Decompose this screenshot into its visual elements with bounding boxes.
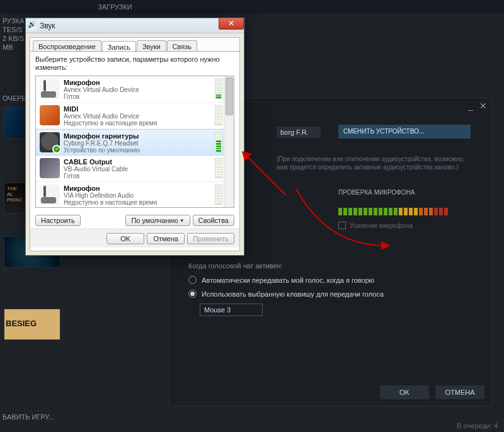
level-meter xyxy=(215,158,222,178)
sound-icon xyxy=(28,21,37,30)
midi-icon xyxy=(40,105,60,125)
default-check-icon xyxy=(52,145,61,154)
tab-communications[interactable]: Связь xyxy=(167,40,197,52)
cable-icon xyxy=(40,158,60,178)
device-status: Готов xyxy=(64,93,211,100)
device-status: Недоступно в настоящее время xyxy=(64,120,211,127)
device-row[interactable]: МикрофонVIA High Definition AudioНедосту… xyxy=(36,182,234,208)
device-name: Микрофон xyxy=(64,79,211,86)
headset-icon xyxy=(40,132,60,152)
top-tab-downloads[interactable]: ЗАГРУЗКИ xyxy=(98,3,132,11)
configure-button[interactable]: Настроить xyxy=(35,215,81,226)
radio-key-label: Использовать выбранную клавишу для перед… xyxy=(202,290,384,298)
dialog-title: Звук xyxy=(40,21,55,30)
tab-playback[interactable]: Воспроизведение xyxy=(33,40,101,52)
radio-push-to-talk[interactable] xyxy=(188,290,197,298)
device-status: Готов xyxy=(64,173,211,179)
instructions: Выберите устройство записи, параметры ко… xyxy=(35,55,234,72)
mic-icon xyxy=(40,185,60,205)
mic-icon xyxy=(40,79,60,99)
queue-count: В очереди: 4 xyxy=(457,422,498,429)
device-name: CABLE Output xyxy=(64,158,211,166)
voice-ok-button[interactable]: OK xyxy=(380,385,429,399)
level-meter xyxy=(215,132,222,152)
voice-active-label: Когда голосовой чат активен: xyxy=(188,262,283,270)
device-status: Устройство по умолчанию xyxy=(64,147,211,154)
push-to-talk-key-field[interactable]: Mouse 3 xyxy=(200,304,263,316)
scrollbar[interactable] xyxy=(224,76,234,207)
level-meter xyxy=(215,185,222,205)
mic-boost-checkbox[interactable] xyxy=(338,222,346,229)
device-driver: VIA High Definition Audio xyxy=(64,192,211,199)
device-row[interactable]: CABLE OutputVB-Audio Virtual CableГотов xyxy=(36,156,234,182)
radio-auto-transmit[interactable] xyxy=(188,276,197,284)
radio-auto-label: Автоматически передавать мой голос, когд… xyxy=(202,276,374,284)
close-icon[interactable]: ✕ xyxy=(479,101,487,111)
tabstrip: Воспроизведение Запись Звуки Связь xyxy=(30,38,239,52)
mic-level-meter xyxy=(338,208,471,215)
game-thumbnail[interactable]: BESIEG xyxy=(4,309,60,340)
device-driver: Cyborg F.R.E.Q.7 Headset xyxy=(64,140,211,147)
device-name: MIDI xyxy=(64,105,211,113)
add-game-link[interactable]: БАВИТЬ ИГРУ... xyxy=(3,413,54,421)
minimize-icon[interactable]: _ xyxy=(468,101,473,111)
scrollbar-thumb[interactable] xyxy=(226,77,233,115)
device-row[interactable]: MIDIAvnex Virtual Audio DeviceНедоступно… xyxy=(36,103,234,129)
device-name: Микрофон xyxy=(64,185,211,192)
device-status: Недоступно в настоящее время xyxy=(64,199,211,206)
level-meter xyxy=(215,79,222,99)
mic-boost-label: Усиление микрофона xyxy=(350,222,413,229)
change-device-button[interactable]: СМЕНИТЬ УСТРОЙСТВО... xyxy=(338,125,471,139)
close-button[interactable]: ✕ xyxy=(219,18,244,30)
device-row[interactable]: Микрофон гарнитурыCyborg F.R.E.Q.7 Heads… xyxy=(36,129,234,156)
device-list[interactable]: МикрофонAvnex Virtual Audio DeviceГотовM… xyxy=(35,76,234,208)
device-hint: (При подключении или отключении аудиоуст… xyxy=(277,155,466,171)
mic-test-label: ПРОВЕРКА МИКРОФОНА xyxy=(338,189,415,196)
apply-button[interactable]: Применить xyxy=(187,233,234,244)
tab-sounds[interactable]: Звуки xyxy=(137,40,166,52)
voice-cancel-button[interactable]: ОТМЕНА xyxy=(435,385,484,399)
device-name: Микрофон гарнитуры xyxy=(64,132,211,140)
current-device: borg F.R. xyxy=(277,127,321,138)
properties-button[interactable]: Свойства xyxy=(193,215,234,226)
level-meter xyxy=(215,105,222,125)
device-driver: Avnex Virtual Audio Device xyxy=(64,86,211,93)
ok-button[interactable]: OK xyxy=(106,233,144,244)
device-driver: Avnex Virtual Audio Device xyxy=(64,113,211,120)
set-default-button[interactable]: По умолчанию▼ xyxy=(125,215,190,226)
titlebar[interactable]: Звук ✕ xyxy=(26,18,244,33)
device-driver: VB-Audio Virtual Cable xyxy=(64,166,211,173)
cancel-button[interactable]: Отмена xyxy=(147,233,185,244)
sound-dialog: Звук ✕ Воспроизведение Запись Звуки Связ… xyxy=(25,18,244,256)
device-row[interactable]: МикрофонAvnex Virtual Audio DeviceГотов xyxy=(36,76,234,103)
